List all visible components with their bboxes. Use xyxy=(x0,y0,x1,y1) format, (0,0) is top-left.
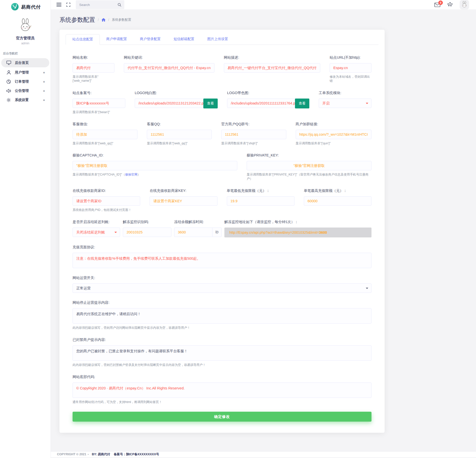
sidebar-item-label: 后台首页 xyxy=(15,61,44,65)
user-role: admin xyxy=(0,42,51,45)
group-link-input[interactable]: https://jq.qq.com/?_wv=1027&k=M1nIHTCI xyxy=(296,130,371,139)
field-thaw-code: 解冻监控识别码: 20010325 xyxy=(123,220,171,237)
field-helper: 显示调用数据库表"['web_name']" xyxy=(73,75,114,82)
sidebar-item-settings[interactable]: 系统设置 + xyxy=(0,95,51,104)
merchant-id-input[interactable]: 请设置个商家ID xyxy=(73,196,140,206)
field-beian: 站点备案号: 陕ICP备xxxxxxxxx号 显示调用数据库表"['beian'… xyxy=(73,91,125,114)
expand-plus-icon[interactable]: + xyxy=(43,98,45,102)
sidebar-section-label: 后台导航栏 xyxy=(0,47,51,58)
field-min-recharge: 单笔最低充值限额（元）： 19.9 xyxy=(227,188,294,212)
web-keywords-input[interactable]: 代付平台_支付宝代付_微信代付_QQ代付 - Espay.cn xyxy=(124,63,214,73)
app-window: 易商代付 官方管理员 admin 后台导航栏 xyxy=(0,0,476,458)
field-web-keywords: 网站关键词: 代付平台_支付宝代付_微信代付_QQ代付 - Espay.cn xyxy=(124,55,214,83)
field-web-desc: 网站描述: 易商代付_一键代付平台_支付宝代付_微信代付_QQ代付 xyxy=(224,55,320,83)
sidebar-item-users[interactable]: 用户管理 + xyxy=(0,68,51,77)
user-avatar-button[interactable] xyxy=(460,0,469,9)
apps-grid-icon[interactable] xyxy=(447,2,453,7)
shop-qq-group-input[interactable]: 1112561 xyxy=(221,130,286,139)
search-icon[interactable] xyxy=(118,3,121,7)
field-label: 站点URL(不加http): xyxy=(330,55,371,60)
user-icon xyxy=(6,70,11,75)
field-label: 网站描述: xyxy=(224,55,320,60)
messages-button[interactable]: 0 xyxy=(434,2,440,7)
field-thaw-time: 冻结余额解冻时间: 3600 秒 xyxy=(174,220,222,237)
expand-plus-icon[interactable]: + xyxy=(43,70,45,75)
menu-toggle-icon[interactable] xyxy=(56,3,61,7)
logo-white-input[interactable]: /includes/uploads/20201113121203422.p xyxy=(135,99,204,108)
brand[interactable]: 易商代付 xyxy=(0,0,51,14)
brand-name: 易商代付 xyxy=(21,4,41,10)
tab-image-upload[interactable]: 图片上传设置 xyxy=(201,34,235,45)
home-icon[interactable] xyxy=(102,18,106,22)
field-helper: 显示调用数据库表"['shqh']" xyxy=(221,141,286,146)
ticket-module-select[interactable]: 开启 xyxy=(319,99,371,108)
page-header: 系统参数配置 / / 系统参数配置 xyxy=(59,16,470,24)
tab-sms-email[interactable]: 短信邮箱配置 xyxy=(167,34,201,45)
tab-merchant-login[interactable]: 商户登录配置 xyxy=(133,34,167,45)
field-stop-notice: 网站停止运营提示内容: 易商代付系统正在维护中，请稍后访问！ 此内容强烈建议填写… xyxy=(73,300,371,330)
thaw-time-input[interactable]: 3600 xyxy=(174,228,212,237)
field-label: 商户加群链接: xyxy=(296,122,371,127)
private-key-input[interactable]: "极验"官网注册获取 xyxy=(247,161,371,170)
field-label: 网站停止运营提示内容: xyxy=(73,300,371,305)
field-label: 网站名称: xyxy=(73,55,114,60)
field-helper: 系统收款所用商户ID，包括测试支付页面！ xyxy=(73,208,140,212)
kefu-wechat-input[interactable]: 待添加 xyxy=(73,130,137,139)
field-helper: 显示调用数据库表"['CAPTCHA_ID']"（极验官网） xyxy=(73,173,237,177)
sidebar-item-dashboard[interactable]: 后台首页 xyxy=(1,58,49,67)
search-input[interactable] xyxy=(79,3,118,7)
avatar xyxy=(18,18,33,33)
site-switch-select[interactable]: 正常运营 xyxy=(73,283,371,293)
field-label: 已封禁商户提示内容: xyxy=(73,337,371,342)
breadcrumb-current: 系统参数配置 xyxy=(112,18,131,22)
field-ticket-module: 工单系统模块: 开启 xyxy=(319,91,371,114)
ban-notice-textarea[interactable]: 您的商户已被封禁，已禁止登录和支付操作，有问题请联系平台客服！ xyxy=(73,345,371,361)
fullscreen-icon[interactable] xyxy=(66,3,70,7)
field-logo-color: LOGO带色图: /includes/uploads/2020111111233… xyxy=(227,91,309,114)
expand-plus-icon[interactable]: + xyxy=(43,89,45,93)
search-box xyxy=(76,0,124,9)
sidebar-item-announcements[interactable]: 公告管理 + xyxy=(0,86,51,95)
field-label: 工单系统模块: xyxy=(319,91,371,95)
user-profile: 官方管理员 admin xyxy=(0,14,51,47)
site-url-input[interactable]: Espay.cn xyxy=(330,63,371,73)
footer-code-textarea[interactable]: © CopyRight 2020 · 易商代付（espay.Cn） Inc.Al… xyxy=(73,382,371,398)
site-info-form: 网站名称: 易商代付 显示调用数据库表"['web_name']" 网站关键词:… xyxy=(66,45,378,422)
footer-beian: 备案号：陕ICP备XXXXXXXXX号 xyxy=(114,452,159,457)
user-name: 官方管理员 xyxy=(0,36,51,41)
sidebar-item-label: 订单管理 xyxy=(15,79,43,84)
confirm-save-button[interactable]: 确定修改 xyxy=(73,412,371,422)
web-name-input[interactable]: 易商代付 xyxy=(73,63,114,73)
beian-input[interactable]: 陕ICP备xxxxxxxxx号 xyxy=(73,99,125,108)
logo-color-input[interactable]: /includes/uploads/20201111112331764.p xyxy=(227,99,295,108)
geetest-site-link[interactable]: 极验官网 xyxy=(125,173,137,176)
stop-notice-textarea[interactable]: 易商代付系统正在维护中，请稍后访问！ xyxy=(73,308,371,324)
view-logo-white-button[interactable]: 查看 xyxy=(203,99,218,108)
field-helper: 此内容强烈建议填写，否则用户访问网站弹出阻断页中提示内容为空，容易误导用户！ xyxy=(73,326,371,330)
tab-site-info[interactable]: 站点信息配置 xyxy=(66,34,100,45)
web-desc-input[interactable]: 易商代付_一键代付平台_支付宝代付_微信代付_QQ代付 xyxy=(224,63,320,73)
brand-logo-icon xyxy=(11,3,19,12)
sidebar-item-orders[interactable]: 订单管理 + xyxy=(0,77,51,86)
field-freeze-switch: 是否开启冻结延迟到账: 关闭冻结延迟到账 xyxy=(73,220,120,237)
field-label: 客服微信: xyxy=(73,122,137,127)
max-recharge-input[interactable]: 60000 xyxy=(304,196,371,206)
merchant-key-input[interactable]: 请设置个商家KEY xyxy=(150,196,217,206)
sidebar-item-label: 系统设置 xyxy=(15,98,43,102)
topbar-right: 0 xyxy=(434,0,469,9)
freeze-switch-select[interactable]: 关闭冻结延迟到账 xyxy=(73,228,120,237)
main-area: 0 系统参数配置 / xyxy=(51,0,476,458)
view-logo-color-button[interactable]: 查看 xyxy=(295,99,309,108)
footer-dot: • xyxy=(88,453,89,456)
seconds-addon: 秒 xyxy=(212,228,222,237)
captcha-id-input[interactable]: "极验"官网注册获取 xyxy=(73,161,237,170)
expand-plus-icon[interactable]: + xyxy=(43,79,45,84)
recharge-agreement-textarea[interactable]: 注意：在线充值将收取%手续费用，免手续费可联系人工加款最低充值500起。 xyxy=(73,253,371,268)
kefu-qq-input[interactable]: 1112561 xyxy=(147,130,212,139)
field-label: 官方商户QQ群号: xyxy=(221,122,286,127)
min-recharge-input[interactable]: 19.9 xyxy=(227,196,294,206)
settings-card: 站点信息配置 商户申请配置 商户登录配置 短信邮箱配置 图片上传设置 网站名称:… xyxy=(59,30,385,433)
tab-merchant-apply[interactable]: 商户申请配置 xyxy=(100,34,133,45)
thaw-code-input[interactable]: 20010325 xyxy=(123,228,171,237)
field-label: 单笔最高充值限额（元）： xyxy=(304,188,371,193)
